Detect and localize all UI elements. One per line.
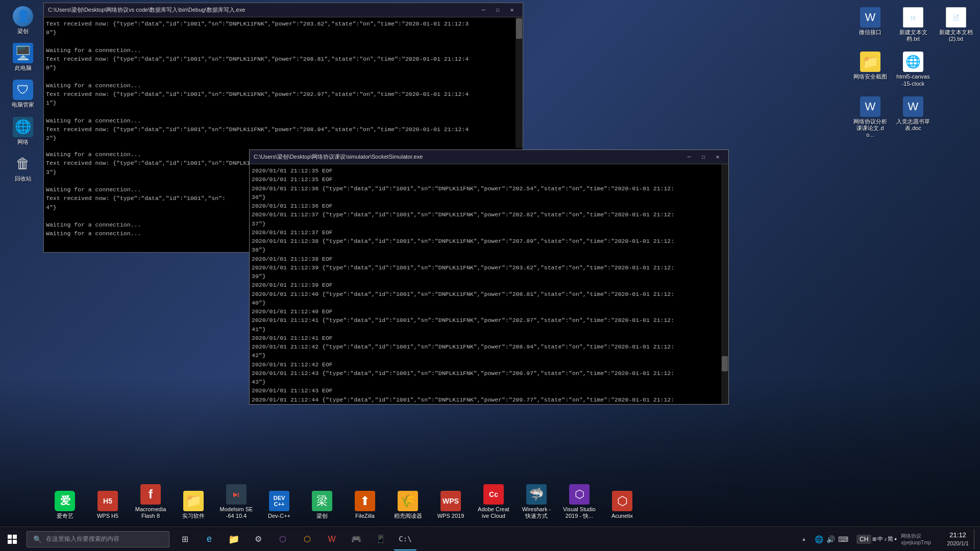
maximize-button-1[interactable]: ☐ [491,5,504,15]
right-icons-row3: W 网络协议分析课课论文.do... W 入党志愿书草表.doc [851,94,975,141]
phone-button[interactable]: 📱 [370,528,392,550]
desktop-icon-wps-h5[interactable]: H5 WPS H5 [89,489,127,521]
desktop-icon-recycle[interactable]: 🗑 回收站 [4,152,42,184]
network-tray-icon[interactable]: 🌐 [815,535,823,543]
minimize-button-2[interactable]: ─ [682,152,696,162]
desktop-icon-jianshu[interactable]: 🌾 稻壳阅读器 [389,489,427,521]
start-button[interactable] [0,527,24,552]
wps-button[interactable]: W [321,528,343,550]
desktop-icon-label: 稻壳阅读器 [394,513,422,519]
right-icons-row2: 📁 网络安全截图 🌐 html5-canvas-15-clock [851,49,975,89]
desktop-icon-wireshark[interactable]: 🦈 Wireshark - 快速方式 [518,482,555,521]
desktop-icon-network-analysis[interactable]: W 网络协议分析课课论文.do... [851,94,889,141]
desktop-icon-iqiyi[interactable]: 爱 爱奇艺 [46,489,84,521]
task-view-button[interactable]: ⊞ [174,528,196,550]
desktop-icon-label: FileZilla [355,513,375,519]
desktop-icon-acunetix[interactable]: ⬡ Acunetix [603,489,641,521]
desktop-icon-label: 此电脑 [15,65,32,71]
desktop-icon-vstudio[interactable]: ⬡ Visual Studio 2019 - 快... [560,482,598,521]
desktop-icon-label: Adobe Creat ive Cloud [477,506,510,519]
desktop-icon-label: 实习软件 [182,513,205,519]
desktop-icon-liang-create[interactable]: 梁 梁创 [303,489,341,521]
close-button-2[interactable]: ✕ [711,152,724,162]
taskbar: 🔍 在这里输入你要搜索的内容 ⊞ e 📁 ⚙ ⬡ ⬡ W 🎮 📱 C:\ ▲ 🌐… [0,527,980,551]
desktop-icons-left: 👤 梁创 🖥️ 此电脑 🛡 电脑管家 🌐 网络 🗑 回收站 [0,0,46,188]
ime-area: CH ⊞ 中 ♪ 简 ● [854,535,899,544]
taskbar-time[interactable]: 21:12 2020/1/1 [944,530,972,549]
desktop-icon-wechat-api[interactable]: W 微信接口 [851,5,889,44]
ime-zh[interactable]: 中 [877,535,883,543]
desktop-icon-modelsim[interactable]: ▶| Modelsim SE-64 10.4 [217,482,255,521]
explorer-button[interactable]: 📁 [223,528,245,550]
close-button-1[interactable]: ✕ [505,5,519,15]
cmd-button-active[interactable]: C:\ [394,528,416,550]
desktop-icon-label: 新建文本文档.txt [896,29,930,42]
desktop-icon-adobe-cc[interactable]: Cc Adobe Creat ive Cloud [475,482,512,521]
settings-button[interactable]: ⚙ [247,528,270,550]
desktop-icon-network-safe[interactable]: 📁 网络安全截图 [851,49,889,89]
lang-ch[interactable]: CH [856,535,871,544]
scrollbar-1[interactable] [516,17,523,150]
vs-button[interactable]: ⬡ [272,528,294,550]
desktop-icon-label: 回收站 [15,176,32,182]
scrollbar-thumb-2[interactable] [722,356,728,371]
cmd-window-2[interactable]: C:\Users\梁创\Desktop\网络协议课设\simulator\Soc… [249,149,729,405]
desktop-icon-label: Macromedia Flash 8 [134,506,167,519]
tray-icons: ▲ [799,536,808,542]
steam-button[interactable]: 🎮 [345,528,368,550]
ime-dot: ● [894,537,897,541]
desktop-icon-label: 网络协议分析课课论文.do... [853,118,887,139]
cmd-window-1[interactable]: C:\Users\梁创\Desktop\网络协议vs code\数据库写入\bi… [43,3,523,151]
speaker-icon[interactable]: 🔊 [826,535,835,543]
desktop-icon-label: html5-canvas-15-clock [896,73,930,87]
desktop-icon-label: 爱奇艺 [57,513,74,519]
desktop-icon-label: WPS H5 [97,513,118,519]
desktop-icon-network[interactable]: 🌐 网络 [4,115,42,147]
taskbar-search-box[interactable]: 🔍 在这里输入你要搜索的内容 [27,531,169,547]
desktop-icon-practice-soft[interactable]: 📁 实习软件 [175,489,212,521]
battery-icon[interactable]: ⌨ [838,535,848,543]
window-titlebar-1: C:\Users\梁创\Desktop\网络协议vs code\数据库写入\bi… [44,3,523,17]
desktop-icon-label: WPS 2019 [437,513,464,519]
scrollbar-thumb-1[interactable] [516,18,522,39]
window-content-2: 2020/01/01 21:12:35 EOF 2020/01/01 21:12… [250,164,728,404]
desktop-icon-new-txt2[interactable]: 📄 新建文本文档(2).txt [937,5,975,44]
search-placeholder: 在这里输入你要搜索的内容 [46,535,119,543]
scrollbar-2[interactable] [721,164,728,404]
desktop-icon-college-form[interactable]: W 入党志愿书草表.doc [894,94,932,141]
right-icons-row1: W 微信接口 📄 新建文本文档.txt 📄 新建文本文档(2).txt [851,5,975,44]
desktop-icon-canvas-clock[interactable]: 🌐 html5-canvas-15-clock [894,49,932,89]
window-title-1: C:\Users\梁创\Desktop\网络协议vs code\数据库写入\bi… [48,6,477,14]
desktop-icon-label: 网络 [17,139,29,145]
svg-rect-2 [8,540,12,544]
desktop-icon-label: 梁创 [316,513,328,519]
desktop-icon-this-pc[interactable]: 🖥️ 此电脑 [4,41,42,73]
desktop-icon-label: Modelsim SE-64 10.4 [219,506,253,519]
show-desktop-button[interactable] [974,529,976,549]
ime-jianti[interactable]: 简 [888,535,893,543]
ime-grid[interactable]: ⊞ [872,536,876,542]
desktop-icons-bottom: 爱 爱奇艺 H5 WPS H5 f Macromedia Flash 8 📁 实… [41,482,980,521]
desktop-icon-label: 微信接口 [859,29,881,36]
desktop-icon-pc-manager[interactable]: 🛡 电脑管家 [4,78,42,110]
restore-button-2[interactable]: ☐ [697,152,710,162]
desktop-icon-new-txt[interactable]: 📄 新建文本文档.txt [894,5,932,44]
desktop-icon-filezilla[interactable]: ⬆ FileZilla [346,489,384,521]
desktop-icon-label: Wireshark - 快速方式 [520,506,553,519]
desktop-icon-flash[interactable]: f Macromedia Flash 8 [132,482,169,521]
window-content-1: Text received now: {"type":"data","id":"… [44,17,523,150]
network-label: 网络协议xjyejiuopTmp [901,533,942,545]
window-controls-1: ─ ☐ ✕ [477,5,519,15]
desktop-icon-label: Dev-C++ [268,513,290,519]
desktop: 👤 梁创 🖥️ 此电脑 🛡 电脑管家 🌐 网络 🗑 回收站 C:\Users\梁… [0,0,980,551]
ime-note[interactable]: ♪ [884,536,887,542]
logo1-button[interactable]: ⬡ [296,528,318,550]
taskbar-middle: ⊞ e 📁 ⚙ ⬡ ⬡ W 🎮 📱 C:\ [174,528,416,550]
desktop-icon-wps2019[interactable]: WPS WPS 2019 [432,489,470,521]
desktop-icon-user[interactable]: 👤 梁创 [4,4,42,37]
up-arrow-icon[interactable]: ▲ [801,536,806,542]
minimize-button-1[interactable]: ─ [477,5,490,15]
edge-button[interactable]: e [198,528,220,550]
desktop-icon-devcpp[interactable]: DEVC++ Dev-C++ [260,489,298,521]
tray-area: 🌐 🔊 ⌨ [811,535,852,543]
